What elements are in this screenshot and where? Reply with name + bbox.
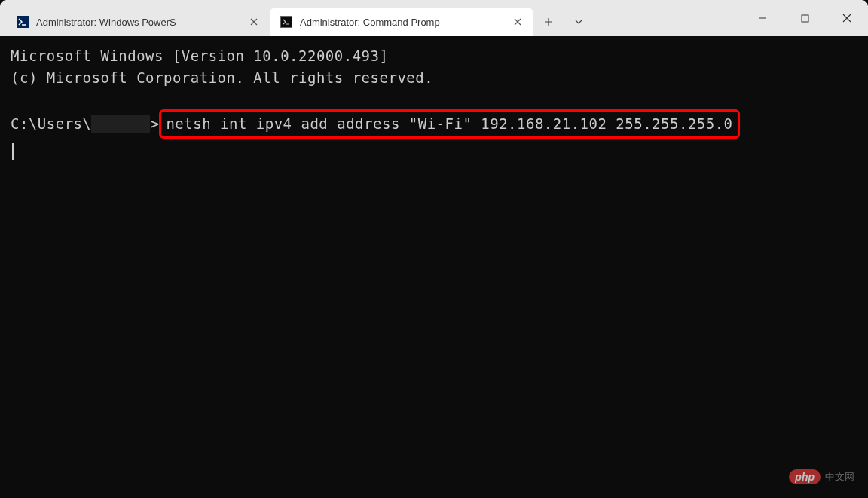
prompt-path-prefix: C:\Users\ (11, 113, 91, 135)
copyright-line: (c) Microsoft Corporation. All rights re… (11, 67, 857, 89)
version-line: Microsoft Windows [Version 10.0.22000.49… (11, 45, 857, 67)
tab-title: Administrator: Windows PowerS (36, 17, 240, 28)
watermark: php 中文网 (789, 469, 854, 484)
tab-close-button[interactable] (247, 15, 261, 29)
command-text: netsh int ipv4 add address "Wi-Fi" 192.1… (166, 115, 732, 132)
close-window-button[interactable] (826, 0, 868, 36)
maximize-button[interactable] (784, 0, 826, 36)
tab-title: Administrator: Command Promp (300, 17, 503, 28)
new-tab-button[interactable] (533, 8, 564, 36)
powershell-icon (17, 16, 29, 28)
command-highlight: netsh int ipv4 add address "Wi-Fi" 192.1… (159, 109, 739, 139)
tab-dropdown-button[interactable] (564, 8, 594, 36)
window-controls (741, 0, 868, 36)
title-bar: Administrator: Windows PowerS Administra… (0, 0, 868, 36)
prompt-suffix: > (150, 113, 159, 135)
watermark-logo: php (789, 469, 821, 484)
tab-close-button[interactable] (511, 15, 524, 29)
cmd-icon (280, 16, 292, 28)
text-cursor (12, 143, 14, 160)
watermark-text: 中文网 (825, 470, 854, 484)
redacted-username (91, 115, 150, 133)
tab-powershell[interactable]: Administrator: Windows PowerS (6, 8, 270, 36)
tab-cmd[interactable]: Administrator: Command Promp (270, 8, 533, 36)
command-prompt-line: C:\Users\>netsh int ipv4 add address "Wi… (11, 109, 857, 139)
minimize-button[interactable] (741, 0, 784, 36)
terminal-output[interactable]: Microsoft Windows [Version 10.0.22000.49… (0, 36, 868, 174)
svg-rect-0 (802, 15, 808, 22)
tab-strip: Administrator: Windows PowerS Administra… (0, 0, 741, 36)
